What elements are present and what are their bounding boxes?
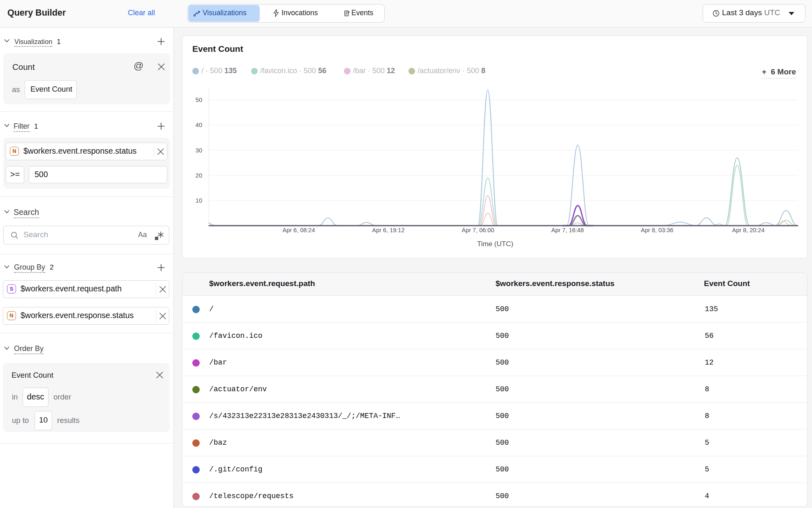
svg-text:10: 10 [196,197,202,204]
svg-text:Apr 6, 19:12: Apr 6, 19:12 [372,227,405,233]
svg-text:Apr 8, 03:36: Apr 8, 03:36 [641,227,674,233]
svg-text:20: 20 [196,172,202,179]
svg-text:50: 50 [196,97,202,103]
svg-text:Apr 7, 06:00: Apr 7, 06:00 [462,227,494,233]
svg-text:Apr 8, 20:24: Apr 8, 20:24 [732,227,765,233]
svg-text:Time (UTC): Time (UTC) [477,240,513,248]
svg-text:30: 30 [196,147,202,154]
svg-text:Apr 6, 08:24: Apr 6, 08:24 [283,227,315,233]
svg-text:Apr 7, 16:48: Apr 7, 16:48 [551,227,584,233]
svg-text:40: 40 [196,122,202,128]
